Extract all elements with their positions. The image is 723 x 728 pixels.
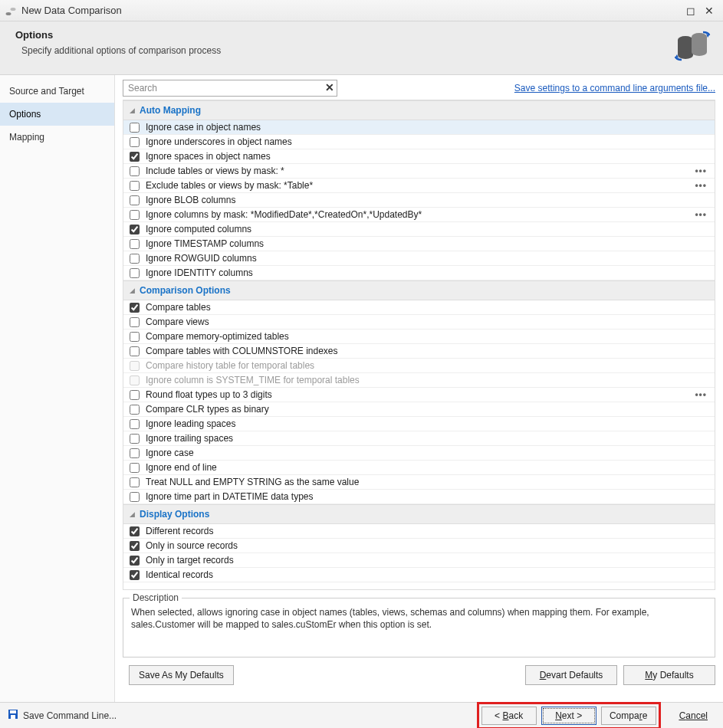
sidebar-item-mapping[interactable]: Mapping	[0, 126, 114, 149]
option-checkbox[interactable]	[130, 405, 140, 415]
titlebar: New Data Comparison ◻ ✕	[0, 0, 723, 21]
maximize-button[interactable]: ◻	[686, 5, 695, 17]
option-checkbox[interactable]	[130, 239, 140, 249]
option-checkbox[interactable]	[130, 181, 140, 191]
group-header[interactable]: ◢Auto Mapping	[123, 100, 715, 120]
wizard-buttons-highlight: < Back Next > Compare	[477, 702, 661, 729]
option-label: Ignore BLOB columns	[146, 195, 710, 205]
option-row[interactable]: Exclude tables or views by mask: *Table*…	[123, 179, 715, 193]
option-label: Ignore case	[146, 448, 710, 458]
option-checkbox[interactable]	[130, 570, 140, 580]
option-row[interactable]: Identical records	[123, 568, 715, 582]
option-label: Include tables or views by mask: *	[146, 166, 690, 176]
option-row[interactable]: Ignore BLOB columns	[123, 193, 715, 208]
svg-point-1	[11, 8, 16, 11]
option-row[interactable]: Ignore case in object names	[123, 120, 715, 135]
option-checkbox[interactable]	[130, 556, 140, 566]
devart-defaults-button[interactable]: Devart Defaults	[525, 665, 617, 685]
option-checkbox[interactable]	[130, 419, 140, 429]
save-icon	[8, 709, 18, 722]
close-button[interactable]: ✕	[705, 5, 714, 17]
option-checkbox[interactable]	[130, 463, 140, 473]
option-row[interactable]: Include tables or views by mask: *•••	[123, 164, 715, 179]
search-input[interactable]	[123, 80, 337, 97]
option-row[interactable]: Ignore case	[123, 446, 715, 461]
option-checkbox[interactable]	[130, 303, 140, 313]
option-checkbox[interactable]	[130, 526, 140, 536]
option-label: Compare tables	[146, 302, 710, 313]
option-checkbox[interactable]	[130, 434, 140, 444]
option-checkbox[interactable]	[130, 448, 140, 458]
option-label: Compare history table for temporal table…	[146, 360, 710, 371]
save-as-my-defaults-button[interactable]: Save As My Defaults	[129, 665, 234, 685]
option-row[interactable]: Ignore ROWGUID columns	[123, 251, 715, 266]
save-command-line-button[interactable]: Save Command Line...	[8, 709, 117, 722]
option-row[interactable]: Ignore columns by mask: *ModifiedDate*,*…	[123, 208, 715, 222]
more-icon[interactable]: •••	[695, 209, 710, 220]
option-checkbox[interactable]	[130, 268, 140, 278]
option-row[interactable]: Compare CLR types as binary	[123, 402, 715, 417]
option-row[interactable]: Treat NULL and EMPTY STRING as the same …	[123, 475, 715, 490]
option-label: Treat NULL and EMPTY STRING as the same …	[146, 477, 710, 487]
collapse-icon: ◢	[130, 107, 135, 114]
option-checkbox[interactable]	[130, 210, 140, 220]
database-compare-icon	[674, 29, 711, 65]
option-row[interactable]: Ignore end of line	[123, 461, 715, 475]
group-title: Display Options	[140, 509, 209, 520]
option-row[interactable]: Round float types up to 3 digits•••	[123, 388, 715, 402]
option-row[interactable]: Only in target records	[123, 553, 715, 568]
option-row[interactable]: Ignore trailing spaces	[123, 431, 715, 446]
description-box: Description When selected, allows ignori…	[123, 598, 715, 657]
option-checkbox[interactable]	[130, 123, 140, 133]
next-button[interactable]: Next >	[541, 707, 596, 725]
group-header[interactable]: ◢Display Options	[123, 504, 715, 524]
option-checkbox[interactable]	[130, 137, 140, 147]
option-label: Round float types up to 3 digits	[146, 389, 690, 400]
option-row[interactable]: Ignore time part in DATETIME data types	[123, 490, 715, 504]
group-title: Auto Mapping	[140, 105, 201, 116]
my-defaults-button[interactable]: My Defaults	[623, 665, 715, 685]
option-row[interactable]: Only in source records	[123, 539, 715, 553]
option-checkbox[interactable]	[130, 317, 140, 327]
save-command-line-label: Save Command Line...	[23, 710, 117, 721]
more-icon[interactable]: •••	[695, 180, 710, 191]
back-button[interactable]: < Back	[481, 707, 537, 725]
option-checkbox[interactable]	[130, 195, 140, 205]
option-row[interactable]: Ignore leading spaces	[123, 417, 715, 431]
option-row[interactable]: Ignore computed columns	[123, 222, 715, 237]
option-checkbox[interactable]	[130, 390, 140, 400]
option-label: Ignore computed columns	[146, 224, 710, 234]
option-checkbox[interactable]	[130, 477, 140, 487]
option-checkbox[interactable]	[130, 332, 140, 342]
option-row[interactable]: Ignore underscores in object names	[123, 135, 715, 149]
option-checkbox[interactable]	[130, 225, 140, 234]
group-header[interactable]: ◢Comparison Options	[123, 280, 715, 300]
option-row[interactable]: Compare views	[123, 315, 715, 330]
option-checkbox[interactable]	[130, 492, 140, 502]
option-row[interactable]: Compare history table for temporal table…	[123, 359, 715, 373]
group-title: Comparison Options	[140, 285, 231, 296]
option-row[interactable]: Compare tables	[123, 300, 715, 315]
more-icon[interactable]: •••	[695, 389, 710, 400]
option-label: Compare views	[146, 316, 710, 327]
option-row[interactable]: Compare tables with COLUMNSTORE indexes	[123, 344, 715, 359]
option-checkbox[interactable]	[130, 346, 140, 356]
sidebar-item-options[interactable]: Options	[0, 103, 114, 126]
option-checkbox[interactable]	[130, 541, 140, 551]
option-row[interactable]: Ignore spaces in object names	[123, 149, 715, 164]
option-row[interactable]: Compare memory-optimized tables	[123, 330, 715, 344]
clear-search-icon[interactable]: ✕	[325, 81, 334, 93]
more-icon[interactable]: •••	[695, 166, 710, 176]
option-row[interactable]: Ignore column is SYSTEM_TIME for tempora…	[123, 373, 715, 388]
option-checkbox	[130, 375, 140, 385]
option-row[interactable]: Ignore TIMESTAMP columns	[123, 237, 715, 251]
save-settings-link[interactable]: Save settings to a command line argument…	[514, 83, 715, 93]
option-checkbox[interactable]	[130, 166, 140, 176]
option-row[interactable]: Ignore IDENTITY columns	[123, 266, 715, 280]
option-checkbox[interactable]	[130, 254, 140, 264]
option-checkbox[interactable]	[130, 152, 140, 162]
compare-button[interactable]: Compare	[601, 707, 656, 725]
cancel-button[interactable]: Cancel	[672, 707, 715, 724]
option-row[interactable]: Different records	[123, 524, 715, 539]
sidebar-item-source-target[interactable]: Source and Target	[0, 80, 114, 103]
